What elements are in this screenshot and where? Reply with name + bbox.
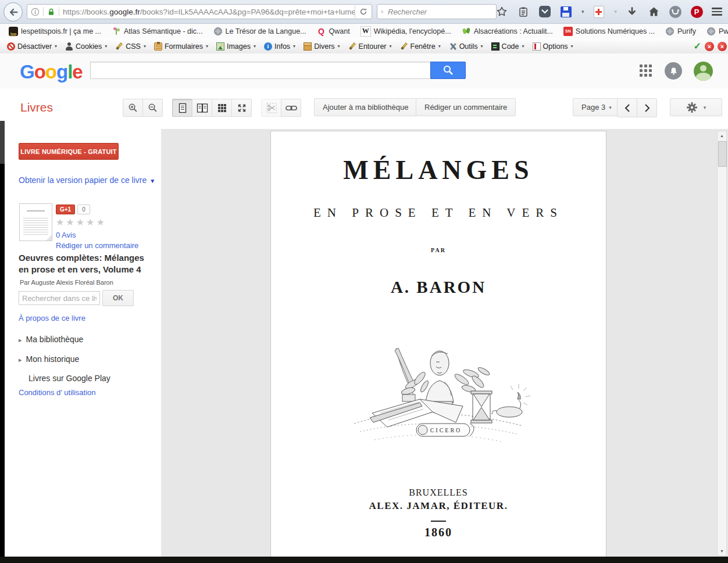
link-icon [286, 104, 297, 112]
bookmark-item[interactable]: PwnYouTube [702, 26, 728, 37]
error-icon[interactable] [705, 42, 714, 51]
save-page-button[interactable] [560, 5, 573, 18]
bookmark-label: Le Trésor de la Langue... [226, 27, 306, 35]
devtoolbar-item-images[interactable]: Images [213, 41, 259, 52]
notifications-bell-icon[interactable] [665, 62, 682, 80]
scroll-up-arrow[interactable]: ▲ [718, 131, 726, 140]
bookmark-item[interactable]: Purify [661, 26, 700, 37]
rating-stars[interactable]: ★★★★★ [56, 217, 106, 228]
bookmark-item[interactable]: Atlas Sémantique - dic... [108, 26, 206, 37]
book-page[interactable]: MÉLANGES EN PROSE ET EN VERS PAR A. BARO… [270, 131, 606, 557]
about-this-book-link[interactable]: À propos de ce livre [19, 314, 85, 322]
bookmarks-menu-button[interactable] [517, 5, 530, 18]
bookmark-item[interactable]: Alsacréations : Actualit... [458, 26, 557, 37]
devtoolbar-item-options[interactable]: Options [529, 41, 577, 52]
globe-icon [666, 27, 674, 35]
browser-search-input[interactable] [387, 7, 493, 17]
add-to-library-button[interactable]: Ajouter à ma bibliothèque [314, 98, 417, 116]
bookmark-item[interactable]: Q Qwant [313, 26, 354, 37]
menu-button[interactable] [712, 8, 722, 16]
devtoolbar-item-infos[interactable]: iInfos [260, 41, 299, 52]
book-page-author: A. BARON [271, 278, 606, 297]
zoom-out-button[interactable] [142, 99, 163, 117]
error-icon[interactable] [718, 42, 727, 51]
terms-of-use-link[interactable]: Conditions d' utilisation [19, 388, 96, 397]
bookmark-item[interactable]: lpp lespetitspois.fr | ça me ... [5, 26, 105, 37]
free-ebook-button[interactable]: LIVRE NUMÉRIQUE - GRATUIT [19, 143, 119, 160]
bookmark-item[interactable]: W Wikipédia, l'encyclopé... [356, 25, 455, 38]
feedback-button[interactable] [669, 5, 681, 18]
two-page-view-button[interactable] [192, 99, 212, 117]
devtoolbar-item-divers[interactable]: Divers [300, 41, 343, 52]
devtoolbar-item-fenetre[interactable]: Fenêtre [397, 41, 444, 52]
link-button[interactable] [281, 99, 301, 117]
pocket-button[interactable] [538, 5, 551, 18]
clip-button[interactable] [261, 99, 281, 117]
devtoolbar-item-formulaires[interactable]: Formulaires [151, 41, 212, 52]
bottom-edge-strip [0, 557, 728, 563]
scroll-down-arrow[interactable]: ▼ [718, 547, 726, 555]
page-info-icon[interactable] [31, 8, 40, 16]
bookmark-item[interactable]: SN Solutions Numériques ... [559, 26, 659, 37]
reload-icon [359, 8, 367, 16]
gplus-widget: G+1 0 [56, 205, 90, 214]
wikipedia-icon: W [361, 26, 371, 37]
reload-button[interactable] [355, 5, 372, 18]
save-dropdown-caret[interactable] [581, 9, 584, 15]
write-review-button[interactable]: Rédiger un commentaire [416, 98, 516, 116]
search-in-book-ok-button[interactable]: OK [102, 290, 134, 306]
devtoolbar-item-outils[interactable]: Outils [445, 41, 487, 52]
book-cover-thumbnail[interactable] [19, 203, 52, 241]
write-review-link[interactable]: Rédiger un commentaire [56, 241, 138, 250]
google-books-page: https://books.google.fr/books?id=ILk5AAA… [0, 0, 728, 563]
clipboard-icon [154, 42, 162, 51]
reviews-count-link[interactable]: 0 Avis [56, 231, 76, 239]
health-report-button[interactable] [593, 5, 605, 18]
bookmark-label: Solutions Numériques ... [576, 27, 655, 35]
browser-search-box[interactable] [377, 4, 497, 19]
my-library-toggle[interactable]: Ma bibliothèque [19, 335, 83, 344]
toolbar-icons: P [495, 0, 726, 23]
devtoolbar-item-code[interactable]: Code [488, 41, 528, 52]
downloads-button[interactable] [626, 5, 638, 18]
zoom-in-button[interactable] [123, 99, 143, 117]
scrollbar-thumb[interactable] [718, 141, 727, 167]
devtoolbar-item-cookies[interactable]: Cookies [62, 41, 110, 52]
get-print-version-link[interactable]: Obtenir la version papier de ce livre [19, 175, 155, 185]
single-page-view-button[interactable] [172, 99, 192, 117]
apps-grid-icon[interactable] [640, 64, 653, 78]
google-play-books-link[interactable]: Livres sur Google Play [28, 374, 110, 383]
next-page-button[interactable] [637, 98, 657, 117]
book-author: Par Auguste Alexis Floréal Baron [20, 279, 113, 286]
google-search-button[interactable] [430, 62, 466, 79]
valid-check-icon[interactable] [694, 41, 701, 52]
page-selector[interactable]: Page 3 [573, 98, 620, 116]
bookmark-item[interactable]: Le Trésor de la Langue... [209, 26, 311, 37]
search-in-book-input[interactable] [19, 291, 100, 305]
my-history-toggle[interactable]: Mon historique [19, 354, 79, 364]
bookmarks-bar: lpp lespetitspois.fr | ça me ... Atlas S… [0, 24, 728, 38]
fullscreen-button[interactable] [231, 99, 252, 117]
settings-button[interactable] [670, 98, 722, 116]
zoom-in-icon [128, 103, 138, 113]
devtoolbar-item-css[interactable]: CSS [112, 41, 149, 52]
url-bar[interactable]: https://books.google.fr/books?id=ILk5AAA… [27, 4, 372, 19]
health-dropdown-caret[interactable] [614, 9, 617, 15]
viewer-scrollbar[interactable]: ▲ ▼ [717, 131, 727, 556]
pinterest-button[interactable]: P [690, 5, 703, 18]
previous-page-button[interactable] [617, 98, 637, 117]
devtoolbar-item-desactiver[interactable]: Désactiver [3, 41, 60, 52]
google-logo[interactable]: Google [20, 61, 83, 83]
google-search-input[interactable] [90, 62, 430, 79]
url-text[interactable]: https://books.google.fr/books?id=ILk5AAA… [63, 8, 355, 16]
page-content: LIVRE NUMÉRIQUE - GRATUIT Obtenir la ver… [0, 129, 728, 563]
gplus-button[interactable]: G+1 [56, 205, 75, 214]
account-avatar[interactable] [694, 62, 713, 81]
home-button[interactable] [647, 5, 660, 18]
devtoolbar-item-entourer[interactable]: Entourer [345, 41, 395, 52]
back-button[interactable] [3, 2, 23, 21]
https-lock-icon[interactable] [47, 8, 55, 16]
bookmark-star-button[interactable] [495, 5, 508, 18]
product-name[interactable]: Livres [20, 101, 53, 114]
thumbnail-view-button[interactable] [212, 99, 232, 117]
